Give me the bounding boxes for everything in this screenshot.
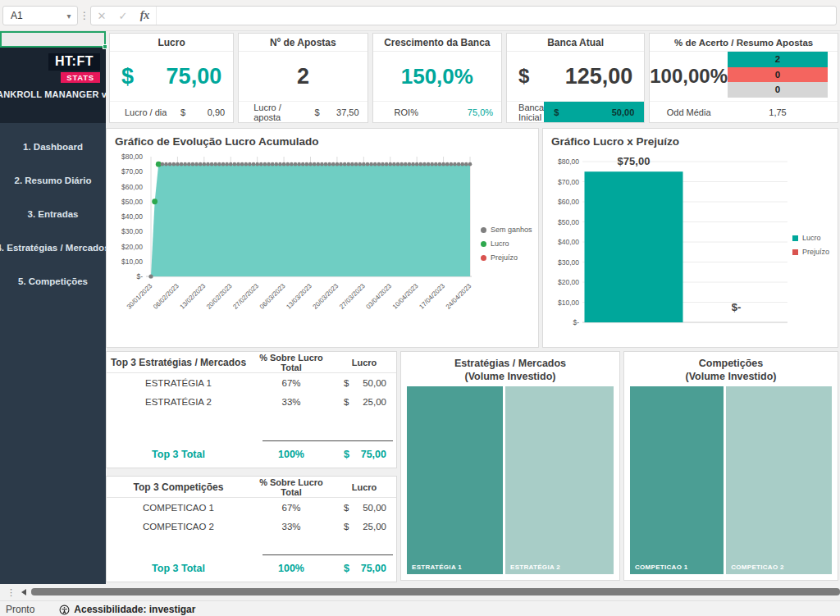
selection-fill-handle[interactable] (103, 44, 107, 49)
svg-text:$40,00: $40,00 (121, 212, 143, 221)
accessibility-button[interactable]: Acessibilidade: investigar (59, 604, 195, 615)
resumo-apostas-cells: 2 0 0 (728, 52, 828, 101)
sidebar-item-dashboard[interactable]: 1. Dashboard (23, 142, 83, 152)
scrollbar-thumb[interactable] (31, 588, 840, 595)
treemap-blocks: COMPETICAO 1 COMPETICAO 2 (630, 386, 832, 574)
svg-text:$10,00: $10,00 (558, 299, 579, 307)
treemap-subtitle: (Volume Investido) (401, 371, 619, 384)
row-value: 25,00 (363, 397, 386, 407)
kpi-card-crescimento: Crescimento da Banca 150,0% ROI% 75,0% (372, 33, 502, 123)
treemap-blocks: ESTRATÉGIA 1 ESTRATÉGIA 2 (407, 386, 614, 574)
svg-text:27/02/2023: 27/02/2023 (231, 282, 260, 311)
row-value: 25,00 (363, 522, 386, 532)
svg-text:$20,00: $20,00 (121, 243, 143, 251)
kpi-value: 2 (297, 64, 309, 89)
horizontal-scrollbar: ⋮ (0, 584, 840, 600)
svg-text:30/01/2023: 30/01/2023 (126, 282, 154, 311)
row-currency: $ (344, 503, 349, 513)
total-pct: 100% (250, 563, 332, 574)
total-currency: $ (344, 449, 349, 460)
scroll-left-arrow-icon[interactable] (21, 589, 26, 595)
logo-stats-badge: STATS (61, 72, 100, 83)
prejuizo-marker-icon (792, 249, 798, 255)
spreadsheet-area: HT:FT STATS ANKROLL MANANGER v 1. Dashbo… (0, 31, 840, 584)
row-value: 50,00 (363, 503, 386, 513)
bar-chart-svg: $80,00$70,00$60,00$50,00$40,00$30,00$20,… (546, 150, 792, 345)
table-row: COMPETICAO 1 67% $50,00 (107, 498, 396, 517)
neutral-count-cell: 0 (728, 82, 828, 98)
svg-text:$75,00: $75,00 (618, 155, 651, 167)
total-currency: $ (344, 563, 349, 574)
svg-text:13/02/2023: 13/02/2023 (179, 282, 208, 311)
app-title: ANKROLL MANANGER v (0, 89, 106, 99)
kpi-card-acerto: % de Acerto / Resumo Apostas 100,00% 2 0… (649, 33, 838, 123)
treemap-block-label: COMPETICAO 2 (731, 564, 784, 571)
svg-text:$30,00: $30,00 (558, 258, 579, 267)
fx-icon[interactable]: fx (134, 7, 157, 25)
bar-chart-panel: Gráfico Lucro x Prejuízo $80,00$70,00$60… (542, 128, 838, 348)
lucro-marker-icon (792, 235, 798, 241)
table-total-row: Top 3 Total 100% $75,00 (107, 441, 396, 468)
treemap-subtitle: (Volume Investido) (624, 371, 838, 384)
table-row: ESTRATÉGIA 2 33% $25,00 (107, 392, 396, 411)
kpi-card-banca: Banca Atual $ 125,00 Banca Inicial $ 50,… (506, 33, 645, 123)
legend-label: Prejuízo (491, 253, 518, 262)
cell-value: 50,00 (612, 107, 635, 117)
sem-ganhos-marker-icon (481, 227, 486, 233)
treemap-block: ESTRATÉGIA 2 (505, 386, 614, 574)
table-header: Top 3 Competições (107, 481, 250, 493)
formula-input[interactable] (157, 7, 836, 25)
sidebar-item-resumo-diario[interactable]: 2. Resumo Diário (15, 176, 92, 185)
cell-currency: $ (554, 107, 559, 117)
svg-text:27/03/2023: 27/03/2023 (338, 282, 367, 311)
prejuizo-marker-icon (481, 255, 486, 261)
sidebar-item-estrategias-mercados[interactable]: 4. Estratégias / Mercados (0, 243, 110, 253)
area-chart-panel: Gráfico de Evolução Lucro Acumulado $80,… (106, 128, 539, 348)
svg-text:$-: $- (136, 272, 143, 281)
svg-text:$50,00: $50,00 (558, 218, 579, 226)
kpi-footer-label: Lucro / aposta (239, 103, 304, 122)
banca-inicial-cell: $ 50,00 (544, 102, 644, 122)
svg-text:20/02/2023: 20/02/2023 (205, 282, 234, 311)
table-row: COMPETICAO 2 33% $25,00 (107, 517, 396, 536)
kpi-footer-label: Lucro / dia (110, 107, 171, 117)
accessibility-icon (59, 605, 70, 615)
kpi-title: % de Acerto / Resumo Apostas (650, 34, 838, 52)
row-currency: $ (344, 397, 349, 407)
sidebar-item-competicoes[interactable]: 5. Competições (18, 276, 88, 286)
scrollbar-dots-icon[interactable]: ⋮ (7, 584, 16, 600)
row-name: ESTRATÉGIA 1 (107, 378, 250, 388)
total-name: Top 3 Total (107, 563, 250, 574)
svg-text:$70,00: $70,00 (121, 167, 143, 176)
kpi-card-apostas: Nº de Apostas 2 Lucro / aposta $ 37,50 (238, 33, 368, 123)
table-header: % Sobre Lucro Total (250, 477, 332, 497)
cancel-icon[interactable]: ✕ (91, 10, 112, 22)
svg-text:03/04/2023: 03/04/2023 (364, 282, 393, 311)
row-currency: $ (344, 378, 349, 388)
svg-text:$60,00: $60,00 (121, 183, 143, 191)
bar-chart-legend: Lucro Prejuízo (792, 234, 829, 256)
table-header: % Sobre Lucro Total (250, 353, 332, 372)
selected-cell-a1[interactable] (0, 31, 106, 48)
dashboard-main: Lucro $ 75,00 Lucro / dia $ 0,90 Nº de A… (106, 31, 840, 584)
area-chart-svg: $80,00$70,00$60,00$50,00$40,00$30,00$20,… (113, 152, 478, 342)
chevron-down-icon[interactable]: ▾ (61, 11, 77, 21)
sidebar-menu: 1. Dashboard 2. Resumo Diário 3. Entrada… (0, 123, 106, 584)
area-chart-legend: Sem ganhos Lucro Prejuízo (481, 226, 532, 262)
footer-value: 75,0% (452, 107, 501, 117)
name-box[interactable]: A1 ▾ (2, 6, 78, 25)
row-currency: $ (344, 522, 349, 532)
svg-text:$60,00: $60,00 (558, 198, 579, 206)
kpi-value: 150,0% (401, 64, 473, 89)
sidebar-item-entradas[interactable]: 3. Entradas (28, 209, 79, 219)
toolbar-separator-dots-icon: ⋮ (80, 6, 89, 25)
table-row: ESTRATÉGIA 1 67% $50,00 (107, 373, 396, 392)
currency-symbol: $ (518, 65, 529, 88)
legend-label: Sem ganhos (491, 226, 532, 234)
row-name: COMPETICAO 2 (107, 522, 250, 532)
confirm-icon[interactable]: ✓ (112, 10, 134, 22)
svg-text:24/04/2023: 24/04/2023 (445, 282, 473, 311)
status-ready: Pronto (6, 604, 34, 615)
treemap-estrategias: Estratégias / Mercados (Volume Investido… (400, 351, 620, 581)
htft-logo: HT:FT STATS (0, 48, 106, 83)
